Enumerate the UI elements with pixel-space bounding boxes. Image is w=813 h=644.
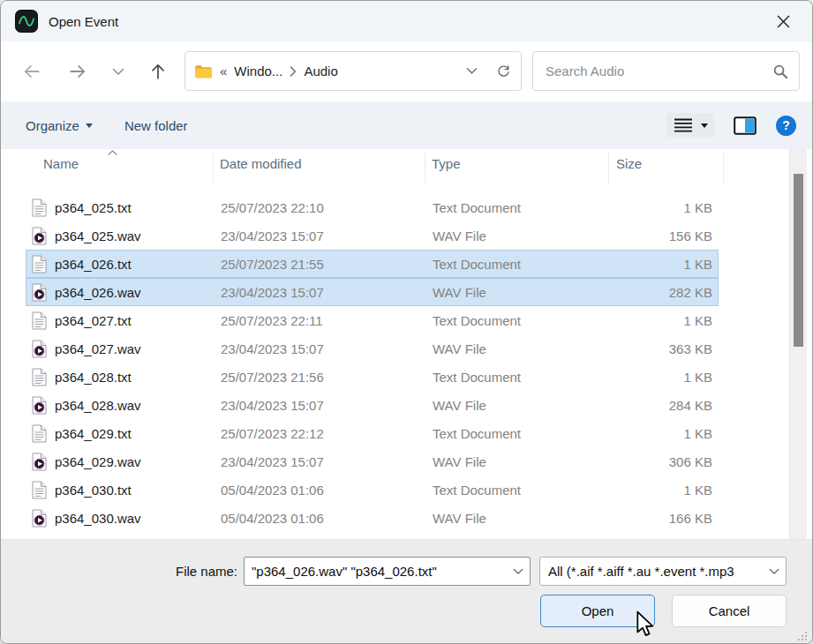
file-row[interactable]: p364_028.txt 25/07/2023 21:56 Text Docum… xyxy=(26,363,719,391)
toolbar-right-group: ? xyxy=(666,113,796,138)
file-row[interactable]: p364_028.wav 23/04/2023 15:07 WAV File 2… xyxy=(26,391,719,419)
up-arrow-icon xyxy=(148,62,168,81)
help-button[interactable]: ? xyxy=(776,116,796,136)
file-name-cell: p364_027.txt xyxy=(55,313,221,328)
file-list: p364_025.txt 25/07/2023 22:10 Text Docum… xyxy=(26,193,719,532)
file-row[interactable]: p364_027.txt 25/07/2023 22:11 Text Docum… xyxy=(26,306,719,334)
file-row[interactable]: p364_029.wav 23/04/2023 15:07 WAV File 3… xyxy=(26,447,719,476)
date-modified-cell: 23/04/2023 15:07 xyxy=(221,398,433,413)
wav-file-icon xyxy=(32,453,47,471)
address-bar[interactable]: « Windo... Audio xyxy=(184,51,522,91)
date-modified-cell: 25/07/2023 22:10 xyxy=(221,200,433,215)
search-input[interactable] xyxy=(544,63,765,79)
search-box xyxy=(532,51,800,91)
type-cell: WAV File xyxy=(433,341,618,356)
date-modified-cell: 23/04/2023 15:07 xyxy=(221,341,433,356)
recent-locations-button[interactable] xyxy=(103,56,133,86)
file-list-pane: Name Date modified Type Size p364_025.tx… xyxy=(1,149,812,539)
list-view-icon xyxy=(673,117,694,133)
text-file-icon xyxy=(32,311,47,330)
file-row[interactable]: p364_030.wav 05/04/2023 01:06 WAV File 1… xyxy=(26,504,719,532)
file-name-cell: p364_030.txt xyxy=(55,483,221,498)
file-type-icon-cell xyxy=(32,283,55,302)
scrollbar-thumb[interactable] xyxy=(794,174,803,347)
preview-pane-icon xyxy=(734,116,757,135)
size-cell: 166 KB xyxy=(618,511,712,526)
file-type-icon-cell xyxy=(32,453,55,471)
new-folder-label: New folder xyxy=(124,118,188,133)
chevron-down-icon xyxy=(466,67,478,75)
wav-file-icon xyxy=(32,283,47,302)
refresh-button[interactable] xyxy=(491,56,516,86)
file-row[interactable]: p364_027.wav 23/04/2023 15:07 WAV File 3… xyxy=(26,334,719,363)
vertical-scrollbar[interactable] xyxy=(789,149,807,539)
organize-button[interactable]: Organize xyxy=(17,113,102,139)
window-title: Open Event xyxy=(49,14,118,29)
breadcrumb-current-folder[interactable]: Audio xyxy=(304,64,337,79)
wav-file-icon xyxy=(32,227,47,245)
file-type-icon-cell xyxy=(32,255,55,273)
file-row[interactable]: p364_026.txt 25/07/2023 21:55 Text Docum… xyxy=(26,250,719,278)
breadcrumb-overflow[interactable]: « xyxy=(220,64,227,79)
file-row[interactable]: p364_026.wav 23/04/2023 15:07 WAV File 2… xyxy=(26,278,719,306)
size-cell: 282 KB xyxy=(618,285,712,300)
file-name-cell: p364_028.wav xyxy=(55,398,221,413)
type-cell: WAV File xyxy=(433,511,618,526)
file-type-icon-cell xyxy=(32,311,55,330)
column-header-size[interactable]: Size xyxy=(616,156,642,171)
type-cell: Text Document xyxy=(433,257,618,272)
navigation-bar: « Windo... Audio xyxy=(1,41,812,101)
column-separator[interactable] xyxy=(723,153,724,183)
column-header-type[interactable]: Type xyxy=(432,156,461,171)
chevron-down-icon xyxy=(112,68,124,76)
file-name-cell: p364_025.txt xyxy=(55,200,221,215)
up-button[interactable] xyxy=(143,56,173,86)
mouse-cursor xyxy=(635,610,656,637)
forward-button[interactable] xyxy=(63,56,93,86)
back-button[interactable] xyxy=(17,56,47,86)
text-file-icon xyxy=(32,368,47,386)
file-row[interactable]: p364_029.txt 25/07/2023 22:12 Text Docum… xyxy=(26,419,719,447)
size-cell: 284 KB xyxy=(618,398,712,413)
date-modified-cell: 05/04/2023 01:06 xyxy=(221,483,433,498)
file-type-icon-cell xyxy=(32,368,55,386)
cancel-button[interactable]: Cancel xyxy=(672,595,787,627)
preview-pane-button[interactable] xyxy=(734,116,757,135)
file-type-dropdown-button[interactable] xyxy=(763,568,786,575)
chevron-down-icon xyxy=(513,568,523,575)
caret-down-icon xyxy=(701,124,708,128)
search-icon[interactable] xyxy=(772,64,788,79)
file-name-cell: p364_026.txt xyxy=(55,257,221,272)
file-row[interactable]: p364_025.wav 23/04/2023 15:07 WAV File 1… xyxy=(26,221,719,250)
date-modified-cell: 23/04/2023 15:07 xyxy=(221,285,433,300)
close-icon xyxy=(777,15,790,28)
type-cell: WAV File xyxy=(433,285,618,300)
file-row[interactable]: p364_025.txt 25/07/2023 22:10 Text Docum… xyxy=(26,193,719,221)
file-type-icon-cell xyxy=(32,424,55,443)
title-bar: Open Event xyxy=(1,1,812,41)
new-folder-button[interactable]: New folder xyxy=(116,113,197,139)
refresh-icon xyxy=(495,63,512,79)
app-audio-icon xyxy=(15,10,38,33)
open-event-dialog: Open Event xyxy=(0,0,813,644)
column-separator[interactable] xyxy=(425,153,425,183)
change-view-button[interactable] xyxy=(666,113,714,138)
resize-grip[interactable] xyxy=(797,631,808,641)
date-modified-cell: 25/07/2023 21:56 xyxy=(221,370,433,385)
file-name-dropdown-button[interactable] xyxy=(507,568,530,575)
column-separator[interactable] xyxy=(213,153,214,183)
column-header-date-modified[interactable]: Date modified xyxy=(220,156,302,171)
file-row[interactable]: p364_030.txt 05/04/2023 01:06 Text Docum… xyxy=(26,476,719,504)
column-header-name[interactable]: Name xyxy=(43,156,79,171)
close-button[interactable] xyxy=(768,6,798,36)
address-dropdown-button[interactable] xyxy=(459,56,484,86)
file-type-combobox[interactable]: All (*.aif *.aiff *.au *.event *.mp3 xyxy=(539,557,787,586)
chevron-right-icon xyxy=(290,66,297,77)
date-modified-cell: 23/04/2023 15:07 xyxy=(221,454,433,469)
column-separator[interactable] xyxy=(608,153,609,183)
date-modified-cell: 05/04/2023 01:06 xyxy=(221,511,433,526)
file-name-input[interactable] xyxy=(245,564,507,579)
dialog-toolbar: Organize New folder ? xyxy=(1,101,812,149)
type-cell: Text Document xyxy=(433,426,618,441)
breadcrumb-parent-folder[interactable]: Windo... xyxy=(234,64,282,79)
